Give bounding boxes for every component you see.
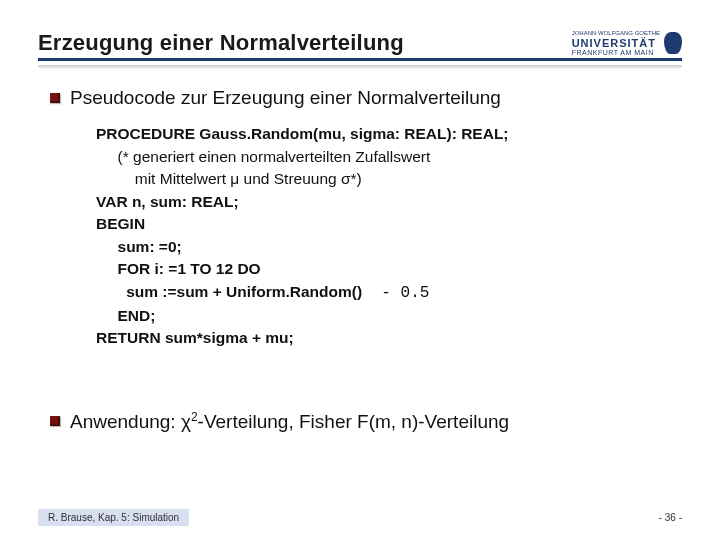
bullet-icon xyxy=(50,416,60,426)
university-logo: JOHANN WOLFGANG GOETHE UNIVERSITÄT FRANK… xyxy=(572,30,682,56)
bullet-1-text: Pseudocode zur Erzeugung einer Normalver… xyxy=(70,87,501,109)
footer-author: R. Brause, Kap. 5: Simulation xyxy=(38,509,189,526)
bullet-icon xyxy=(50,93,60,103)
bullet-2-text: Anwendung: χ2-Verteilung, Fisher F(m, n)… xyxy=(70,410,509,433)
code-line: BEGIN xyxy=(96,213,682,235)
code-line: VAR n, sum: REAL; xyxy=(96,191,682,213)
bullet-item-1: Pseudocode zur Erzeugung einer Normalver… xyxy=(50,87,682,109)
header-divider-shadow xyxy=(38,65,682,69)
code-line: sum :=sum + Uniform.Random() - 0.5 xyxy=(96,281,682,305)
slide: Erzeugung einer Normalverteilung JOHANN … xyxy=(0,0,720,540)
logo-city: FRANKFURT AM MAIN xyxy=(572,49,660,57)
bullet-item-2: Anwendung: χ2-Verteilung, Fisher F(m, n)… xyxy=(50,410,682,433)
code-line: END; xyxy=(96,305,682,327)
pseudocode-block: PROCEDURE Gauss.Random(mu, sigma: REAL):… xyxy=(96,123,682,349)
goethe-silhouette-icon xyxy=(664,32,682,54)
code-line: sum: =0; xyxy=(96,236,682,258)
logo-name: UNIVERSITÄT xyxy=(572,37,660,49)
footer-page-number: - 36 - xyxy=(659,512,682,523)
code-line: RETURN sum*sigma + mu; xyxy=(96,327,682,349)
logo-top-line: JOHANN WOLFGANG GOETHE xyxy=(572,30,660,37)
code-line: PROCEDURE Gauss.Random(mu, sigma: REAL):… xyxy=(96,123,682,145)
code-line: (* generiert einen normalverteilten Zufa… xyxy=(96,146,682,168)
code-line: mit Mittelwert μ und Streuung σ*) xyxy=(96,168,682,190)
header: Erzeugung einer Normalverteilung JOHANN … xyxy=(38,30,682,61)
slide-title: Erzeugung einer Normalverteilung xyxy=(38,30,404,56)
code-line: FOR i: =1 TO 12 DO xyxy=(96,258,682,280)
footer: R. Brause, Kap. 5: Simulation - 36 - xyxy=(0,509,720,526)
